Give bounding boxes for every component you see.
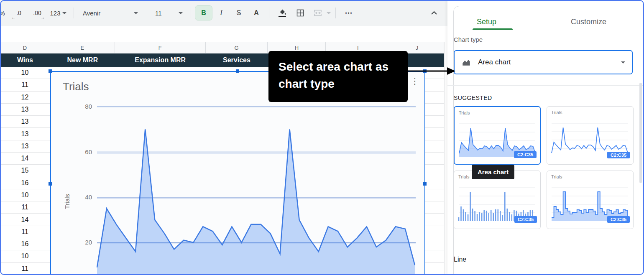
- mini-bar: [493, 213, 494, 221]
- chart-more-options-icon[interactable]: ⋮: [409, 76, 420, 86]
- cell-column-d[interactable]: 10: [0, 189, 50, 201]
- mini-bar: [498, 209, 499, 221]
- suggested-chart-bar[interactable]: TrialsC2:C35: [454, 171, 541, 229]
- mini-bar: [479, 212, 480, 221]
- cell-column-d[interactable]: 13: [0, 104, 50, 115]
- fill-color-swatch: [279, 16, 286, 17]
- mini-bar: [458, 217, 460, 221]
- font-size-select[interactable]: 11: [151, 5, 187, 20]
- merge-cells-button[interactable]: [309, 5, 327, 20]
- mini-bar: [509, 212, 510, 221]
- column-header-g[interactable]: G: [206, 42, 268, 53]
- cell-column-d[interactable]: 11: [0, 226, 50, 238]
- column-header-f[interactable]: F: [115, 42, 206, 53]
- mini-bar: [511, 214, 513, 221]
- suggested-chart-line[interactable]: TrialsC2:C35: [547, 106, 634, 165]
- fill-color-button[interactable]: [273, 5, 291, 20]
- toolbar-divider: [269, 8, 269, 18]
- panel-scrollbar[interactable]: [639, 83, 642, 183]
- decrease-decimal-button[interactable]: .0 ←: [10, 5, 28, 20]
- cell-column-d[interactable]: 16: [0, 238, 50, 250]
- toolbar: % .0 ← .00 → 123 Avenir 11 B I: [0, 0, 447, 26]
- borders-icon: [296, 9, 304, 17]
- number-format-label: 123: [50, 10, 60, 17]
- trials-chart-plot: 20406080Trials: [51, 72, 426, 275]
- cell-column-d[interactable]: 12: [0, 92, 50, 103]
- y-axis-title: Trials: [64, 194, 71, 209]
- chevron-down-icon: [621, 61, 625, 64]
- column-header-e[interactable]: E: [50, 42, 115, 53]
- cell-column-d[interactable]: 13: [0, 128, 50, 140]
- toolbar-divider: [335, 8, 336, 18]
- chart-resize-handle-middle-right[interactable]: [423, 182, 427, 186]
- chevron-down-icon: [62, 12, 66, 14]
- percent-label: %: [0, 10, 5, 17]
- cell-column-d[interactable]: 14: [0, 153, 50, 164]
- cell-column-d[interactable]: 10: [0, 67, 50, 79]
- cell-column-d[interactable]: 11: [0, 263, 50, 275]
- text-color-label: A: [254, 9, 259, 17]
- cell-column-d[interactable]: 11: [0, 79, 50, 91]
- y-tick-label: 60: [85, 148, 92, 155]
- area-fill: [97, 129, 415, 275]
- text-color-button[interactable]: A: [248, 5, 265, 20]
- font-size-value: 11: [155, 10, 162, 17]
- cell-column-d[interactable]: 10: [0, 250, 50, 262]
- chart-type-label: Chart type: [454, 36, 483, 43]
- mini-bar: [474, 211, 475, 221]
- mini-bar: [488, 213, 489, 221]
- tab-setup-label: Setup: [477, 18, 496, 26]
- more-toolbar-button[interactable]: ⋯: [340, 5, 358, 20]
- paint-bucket-icon: [279, 9, 286, 15]
- italic-label: I: [220, 9, 222, 17]
- tab-setup[interactable]: Setup: [477, 18, 496, 26]
- font-family-select[interactable]: Avenir: [79, 5, 142, 20]
- column-header-d[interactable]: D: [0, 42, 50, 53]
- hide-menus-button[interactable]: [427, 5, 442, 20]
- strikethrough-button[interactable]: S: [230, 5, 248, 20]
- chart-resize-handle-middle-left[interactable]: [49, 182, 52, 186]
- range-badge: C2:C35: [514, 216, 537, 223]
- number-format-button[interactable]: 123: [46, 5, 70, 20]
- y-tick-label: 40: [85, 194, 92, 201]
- cell-column-d[interactable]: 13: [0, 140, 50, 152]
- suggested-heading: SUGGESTED: [454, 94, 492, 101]
- header-cell-services[interactable]: Services: [206, 53, 268, 67]
- header-cell-expansion-mrr[interactable]: Expansion MRR: [115, 53, 206, 67]
- increase-decimal-arrow-icon: →: [41, 15, 45, 20]
- bold-button[interactable]: B: [195, 5, 212, 20]
- mini-bar: [507, 209, 508, 221]
- cell-column-d[interactable]: 13: [0, 116, 50, 127]
- chart-type-dropdown[interactable]: Area chart: [454, 50, 633, 74]
- cell-column-d[interactable]: 11: [0, 201, 50, 213]
- suggested-chart-area[interactable]: TrialsC2:C35: [454, 106, 541, 165]
- cell-column-d[interactable]: 16: [0, 177, 50, 189]
- chart-resize-handle-top-center[interactable]: [236, 69, 239, 73]
- mini-bar: [491, 210, 492, 221]
- merge-options-chevron-icon[interactable]: [327, 12, 331, 14]
- mini-bar: [472, 209, 473, 221]
- tab-customize-label: Customize: [571, 18, 606, 26]
- italic-button[interactable]: I: [212, 5, 230, 20]
- header-cell-wins[interactable]: Wins: [0, 53, 50, 67]
- thumb-title: Trials: [459, 110, 470, 115]
- chart-resize-handle-top-left[interactable]: [49, 69, 52, 73]
- suggested-chart-step[interactable]: TrialsC2:C35: [547, 171, 634, 229]
- thumb-title: Trials: [551, 110, 562, 115]
- borders-button[interactable]: [291, 5, 309, 20]
- thumb-title: Trials: [458, 174, 469, 179]
- cell-column-d[interactable]: 14: [0, 214, 50, 225]
- mini-bar: [463, 209, 464, 221]
- toolbar-divider: [191, 8, 191, 18]
- cell-column-d[interactable]: 15: [0, 165, 50, 176]
- header-cell-new-mrr[interactable]: New MRR: [50, 53, 115, 67]
- mini-bar: [468, 214, 469, 221]
- tab-customize[interactable]: Customize: [571, 18, 606, 26]
- chart-type-value: Area chart: [478, 58, 511, 66]
- more-label: ⋯: [345, 8, 353, 18]
- percent-format-button[interactable]: %: [0, 5, 10, 20]
- increase-decimal-button[interactable]: .00 →: [28, 5, 46, 20]
- chevron-down-icon: [134, 12, 138, 14]
- annotation-callout: Select area chart as chart type: [268, 51, 408, 102]
- chevron-up-icon: [431, 11, 437, 15]
